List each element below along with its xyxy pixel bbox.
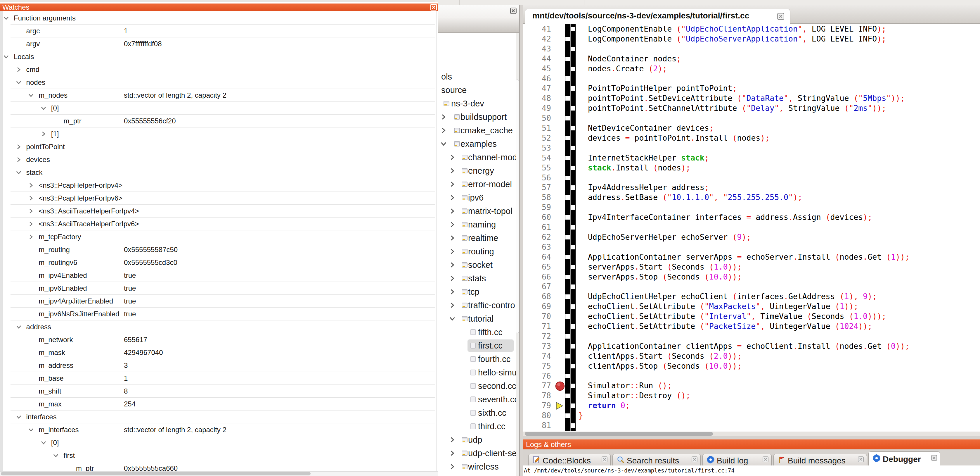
watch-row[interactable]: m_tcpFactory	[3, 230, 436, 243]
tree-item-tcp[interactable]: tcp	[438, 285, 516, 299]
chevron-right-icon[interactable]	[449, 463, 456, 471]
tree-item-seventh.cc[interactable]: seventh.cc	[438, 393, 516, 406]
chevron-right-icon[interactable]	[449, 167, 456, 176]
logs-tab-code-blocks[interactable]: Code::Blocks	[528, 454, 611, 465]
chevron-right-icon[interactable]	[449, 248, 456, 256]
tree-item-naming[interactable]: naming	[438, 218, 516, 231]
chevron-down-icon[interactable]	[440, 141, 447, 149]
chevron-right-icon[interactable]	[449, 194, 456, 202]
chevron-down-icon[interactable]	[16, 169, 22, 177]
watch-row[interactable]: <ns3::PcapHelperForIpv6>	[3, 192, 436, 204]
chevron-right-icon[interactable]	[40, 131, 47, 138]
watch-row[interactable]: m_ipv6Enabledtrue	[3, 282, 436, 295]
watch-row[interactable]: Locals	[3, 50, 436, 63]
watch-row[interactable]: argc1	[3, 24, 436, 37]
watch-row[interactable]: first	[3, 449, 436, 462]
chevron-right-icon[interactable]	[449, 436, 456, 444]
watch-row[interactable]: m_address3	[3, 359, 436, 372]
tree-item-third.cc[interactable]: third.cc	[438, 420, 516, 433]
chevron-right-icon[interactable]	[28, 208, 34, 216]
chevron-right-icon[interactable]	[28, 221, 34, 228]
chevron-right-icon[interactable]	[16, 144, 22, 151]
watches-hscroll-thumb[interactable]	[1, 472, 310, 475]
tree-item-ipv6[interactable]: ipv6	[438, 191, 516, 204]
watch-row[interactable]: <ns3::AsciiTraceHelperForIpv4>	[3, 204, 436, 217]
tree-item-traffic-contro[interactable]: traffic-contro	[438, 299, 516, 312]
project-scrollbar-thumb[interactable]	[516, 80, 519, 333]
chevron-right-icon[interactable]	[449, 235, 456, 243]
chevron-down-icon[interactable]	[40, 105, 47, 113]
chevron-right-icon[interactable]	[16, 157, 22, 164]
chevron-right-icon[interactable]	[449, 261, 456, 270]
tree-item-tutorial[interactable]: tutorial	[438, 312, 516, 326]
chevron-right-icon[interactable]	[449, 208, 456, 216]
watch-row[interactable]: m_ptr0x55555556cf20	[3, 115, 436, 128]
project-pane-close-button[interactable]	[510, 8, 517, 15]
chevron-down-icon[interactable]	[52, 452, 59, 460]
watch-row[interactable]: m_shift8	[3, 385, 436, 398]
tree-item-ns-3-dev[interactable]: ns-3-dev	[438, 97, 516, 110]
chevron-right-icon[interactable]	[449, 450, 456, 458]
watches-close-button[interactable]	[430, 4, 437, 12]
tree-item-fifth.cc[interactable]: fifth.cc	[438, 326, 516, 339]
chevron-down-icon[interactable]	[40, 439, 47, 447]
chevron-down-icon[interactable]	[16, 324, 22, 331]
watch-row[interactable]: <ns3::PcapHelperForIpv4>	[3, 179, 436, 192]
watch-row[interactable]: stack	[3, 166, 436, 179]
logs-tab-build-messages[interactable]: Build messages	[773, 454, 867, 465]
tree-item-error-model[interactable]: error-model	[438, 177, 516, 191]
chevron-down-icon[interactable]	[16, 79, 22, 87]
chevron-right-icon[interactable]	[16, 66, 22, 74]
chevron-right-icon[interactable]	[28, 195, 34, 203]
chevron-right-icon[interactable]	[449, 288, 456, 297]
tree-item-buildsupport[interactable]: buildsupport	[438, 110, 516, 124]
tree-item-stats[interactable]: stats	[438, 272, 516, 285]
chevron-down-icon[interactable]	[28, 426, 34, 434]
watch-row[interactable]: m_base1	[3, 372, 436, 385]
watch-row[interactable]: m_max254	[3, 398, 436, 411]
close-icon[interactable]	[858, 457, 864, 463]
tree-item-channel-mod[interactable]: channel-mod	[438, 150, 516, 164]
tree-item-udp[interactable]: udp	[438, 433, 516, 446]
chevron-right-icon[interactable]	[28, 182, 34, 190]
watch-row[interactable]: m_network655617	[3, 333, 436, 346]
chevron-down-icon[interactable]	[3, 54, 10, 61]
watch-row[interactable]: m_interfacesstd::vector of length 2, cap…	[3, 423, 436, 436]
chevron-right-icon[interactable]	[449, 181, 456, 189]
watch-row[interactable]: address	[3, 321, 436, 333]
tree-item-hello-simul[interactable]: hello-simul	[438, 366, 516, 379]
chevron-down-icon[interactable]	[449, 315, 456, 323]
tree-item-ols[interactable]: ols	[438, 70, 516, 83]
tree-item-second.cc[interactable]: second.cc	[438, 379, 516, 393]
chevron-down-icon[interactable]	[28, 92, 34, 100]
watch-row[interactable]: [0]	[3, 436, 436, 449]
watches-titlebar[interactable]	[0, 3, 438, 11]
watch-row[interactable]: devices	[3, 153, 436, 166]
tree-item-socket[interactable]: socket	[438, 258, 516, 272]
chevron-right-icon[interactable]	[440, 127, 447, 135]
chevron-right-icon[interactable]	[449, 302, 456, 310]
tree-item-fourth.cc[interactable]: fourth.cc	[438, 352, 516, 366]
close-icon[interactable]	[601, 457, 608, 463]
chevron-right-icon[interactable]	[449, 275, 456, 283]
breakpoint-icon[interactable]	[555, 381, 565, 392]
watch-row[interactable]: m_routing0x555555587c50	[3, 243, 436, 256]
chevron-right-icon[interactable]	[449, 221, 456, 229]
editor-hscroll-thumb[interactable]	[525, 432, 713, 436]
watches-column-divider[interactable]	[121, 11, 121, 471]
watch-row[interactable]: interfaces	[3, 411, 436, 423]
watch-row[interactable]: pointToPoint	[3, 141, 436, 153]
tree-item-matrix-topol[interactable]: matrix-topol	[438, 204, 516, 218]
tree-item-udp-client-se[interactable]: udp-client-se	[438, 446, 516, 460]
watch-row[interactable]: m_ipv4Enabledtrue	[3, 269, 436, 282]
tree-item-cmake_cache[interactable]: cmake_cache	[438, 124, 516, 137]
chevron-right-icon[interactable]	[440, 113, 447, 121]
watch-row[interactable]: cmd	[3, 63, 436, 76]
close-icon[interactable]	[931, 455, 937, 462]
close-icon[interactable]	[692, 457, 697, 463]
watch-row[interactable]: argv0x7fffffffdf08	[3, 37, 436, 50]
editor-tab-close-icon[interactable]	[777, 13, 784, 21]
watch-row[interactable]: [1]	[3, 128, 436, 141]
pane-splitter[interactable]	[520, 5, 523, 476]
logs-titlebar[interactable]	[523, 439, 980, 449]
